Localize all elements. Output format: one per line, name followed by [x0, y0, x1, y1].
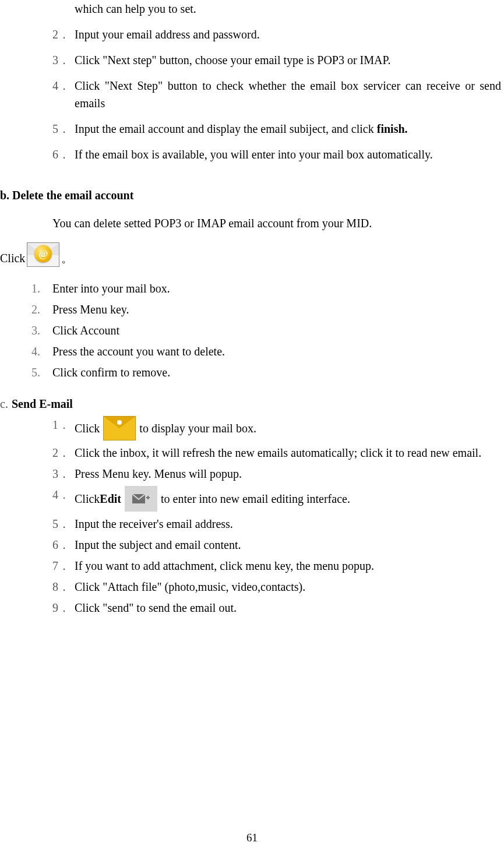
list-item: 6． Input the subject and email content. — [0, 536, 504, 554]
list-text: Enter into your mail box. — [52, 280, 501, 297]
list-number: 9． — [52, 599, 75, 616]
list-text-part: Click — [75, 420, 100, 437]
list-number: 1. — [31, 280, 52, 297]
list-text: Press the account you want to delete. — [52, 343, 501, 360]
list-item: 1. Enter into your mail box. — [0, 280, 504, 297]
list-text: If you want to add attachment, click men… — [75, 557, 501, 575]
list-text: Click "Next Step" button to check whethe… — [75, 77, 501, 112]
list-number: 3． — [52, 465, 75, 482]
edit-bold: Edit — [100, 490, 121, 507]
list-text: Click the inbox, it will refresh the new… — [75, 444, 501, 461]
list-number: 3. — [31, 322, 52, 339]
section-c-title: Send E-mail — [12, 395, 73, 413]
list-text: Input the email account and display the … — [75, 120, 501, 138]
mailbox-icon — [103, 416, 136, 440]
list-number — [52, 0, 75, 17]
list-item: 8． Click "Attach file" (photo,music, vid… — [0, 578, 504, 595]
list-item: 2． Click the inbox, it will refresh the … — [0, 444, 504, 461]
list-text: Click "Attach file" (photo,music, video,… — [75, 578, 501, 595]
list-text: Click to display your mail box. — [75, 416, 501, 440]
list-number: 5. — [31, 364, 52, 381]
list-text: Click Account — [52, 322, 501, 339]
list-number: 4． — [52, 486, 75, 512]
list-text: Input your email address and password. — [75, 26, 501, 43]
section-c-label: c. — [0, 395, 8, 413]
page-number: 61 — [0, 830, 504, 847]
list-number: 2． — [52, 444, 75, 461]
list-item: 3． Press Menu key. Menus will popup. — [0, 465, 504, 482]
list-number: 4. — [31, 343, 52, 360]
finish-bold: finish. — [377, 122, 408, 135]
list-text: which can help you to set. — [75, 0, 501, 17]
email-app-icon: @ — [27, 242, 59, 267]
list-text: Input the receiver's email address. — [75, 515, 501, 533]
list-text: Click Edit to enter into new email editi… — [75, 486, 501, 512]
list-number: 1． — [52, 416, 75, 440]
section-b-title: b. Delete the email account — [0, 186, 504, 204]
section-c-heading: c. Send E-mail — [0, 395, 504, 413]
section-b-desc: You can delete setted POP3 or IMAP email… — [0, 214, 504, 232]
list-item: 3. Click Account — [0, 322, 504, 339]
list-text: Click "send" to send the email out. — [75, 599, 501, 616]
list-text-part: to display your mail box. — [139, 420, 256, 437]
list-number: 2. — [31, 301, 52, 318]
list-item: 5． Input the email account and display t… — [0, 120, 504, 138]
list-number: 3． — [52, 51, 75, 69]
list-item: 2． Input your email address and password… — [0, 26, 504, 43]
click-email-line: Click @ 。 — [0, 242, 504, 267]
list-number: 5． — [52, 120, 75, 138]
list-item: 4． Click Edit to enter into new email ed… — [0, 486, 504, 512]
list-item: which can help you to set. — [0, 0, 504, 17]
list-number: 8． — [52, 578, 75, 595]
list-text-part: Click — [75, 490, 100, 507]
list-number: 6． — [52, 146, 75, 163]
click-label-pre: Click — [0, 249, 25, 267]
list-text: Click "Next step" button, choose your em… — [75, 51, 501, 69]
list-item: 9． Click "send" to send the email out. — [0, 599, 504, 616]
list-item: 5． Input the receiver's email address. — [0, 515, 504, 533]
list-text-part: to enter into new email editing interfac… — [161, 490, 350, 507]
list-text-part: Input the email account and display the … — [75, 122, 377, 135]
list-item: 5. Click confirm to remove. — [0, 364, 504, 381]
list-item: 6． If the email box is available, you wi… — [0, 146, 504, 163]
list-text: Press Menu key. — [52, 301, 501, 318]
list-number: 4． — [52, 77, 75, 112]
list-text: If the email box is available, you will … — [75, 146, 501, 163]
list-item: 1． Click to display your mail box. — [0, 416, 504, 440]
list-item: 4． Click "Next Step" button to check whe… — [0, 77, 504, 112]
list-item: 4. Press the account you want to delete. — [0, 343, 504, 360]
list-number: 7． — [52, 557, 75, 575]
list-item: 3． Click "Next step" button, choose your… — [0, 51, 504, 69]
list-text: Click confirm to remove. — [52, 364, 501, 381]
list-item: 2. Press Menu key. — [0, 301, 504, 318]
click-label-post: 。 — [61, 249, 73, 267]
list-number: 5． — [52, 515, 75, 533]
list-number: 2． — [52, 26, 75, 43]
list-item: 7． If you want to add attachment, click … — [0, 557, 504, 575]
list-number: 6． — [52, 536, 75, 554]
list-text: Input the subject and email content. — [75, 536, 501, 554]
compose-icon — [125, 486, 157, 512]
list-text: Press Menu key. Menus will popup. — [75, 465, 501, 482]
